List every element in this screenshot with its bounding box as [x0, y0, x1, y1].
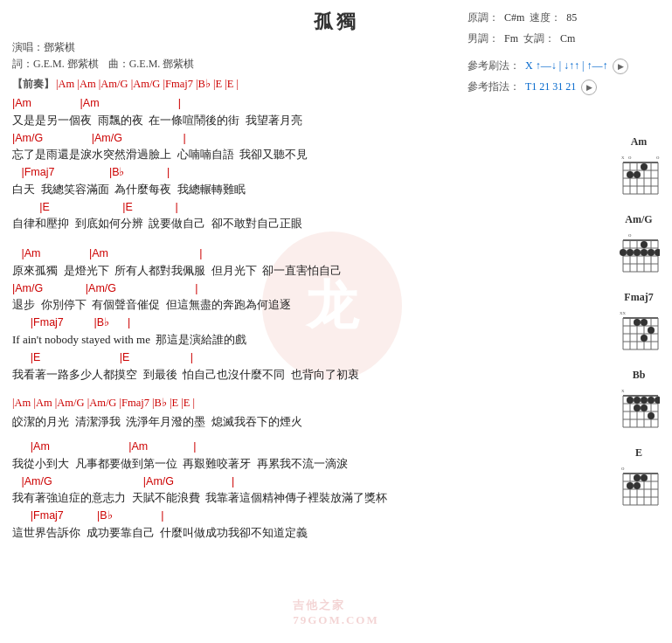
section-3: |Am |Am | 我從小到大 凡事都要做到第一位 再艱難咬著牙 再累我不流一滴…: [12, 439, 599, 543]
lyric-line-12: 這世界告訴你 成功要靠自己 什麼叫做成功我卻不知道定義: [12, 524, 599, 543]
svg-text:x: x: [621, 154, 625, 161]
chord-am: Am x o o: [618, 135, 660, 197]
lyric-line-9: 皎潔的月光 清潔淨我 洗淨年月潑的墨 熄滅我吞下的煙火: [12, 413, 599, 432]
svg-point-72: [648, 412, 655, 419]
svg-point-30: [627, 249, 634, 256]
chord-bb: Bb x: [618, 369, 660, 431]
chord-line-7: |Fmaj7 |B♭ |: [12, 315, 599, 331]
svg-text:o: o: [628, 232, 632, 239]
lyric-line-2: 忘了是雨還是淚水突然滑過臉上 心喃喃自語 我卻又聽不見: [12, 146, 599, 164]
intro-label: 【前奏】: [12, 77, 54, 92]
svg-point-66: [634, 397, 641, 404]
lyric-line-8: 我看著一路多少人都摸空 到最後 怕自己也沒什麼不同 也背向了初衷: [12, 366, 599, 384]
svg-text:o: o: [656, 154, 660, 161]
chord-diagrams-panel: Am x o o: [618, 135, 660, 508]
lyric-line-7: If ain't nobody stayed with me 那這是演給誰的戲: [12, 331, 599, 349]
tempo-value: 85: [566, 9, 577, 28]
male-key-label: 男調：: [468, 30, 499, 49]
svg-point-36: [641, 241, 648, 248]
chord-line-9: |Am |Am |: [12, 439, 599, 455]
strum-pattern[interactable]: X ↑—↓ | ↓↑↑ | ↑—↑: [525, 57, 607, 76]
chord-line-1: |Am |Am |: [12, 95, 599, 112]
svg-point-14: [627, 171, 634, 178]
interlude-chords: |Am |Am |Am/G |Am/G |Fmaj7 |B♭ |E |E |: [12, 396, 195, 410]
intro-section: 【前奏】 |Am |Am |Am/G |Am/G |Fmaj7 |B♭ |E |…: [12, 77, 599, 92]
svg-text:o: o: [621, 465, 625, 472]
lyric-line-6: 退步 你別停下 有個聲音催促 但這無盡的奔跑為何追逐: [12, 296, 599, 315]
svg-point-69: [655, 397, 660, 404]
svg-point-50: [641, 319, 648, 326]
svg-point-86: [641, 474, 648, 481]
svg-point-51: [648, 327, 655, 334]
svg-point-71: [641, 404, 648, 411]
chord-amg-diagram: o: [618, 230, 660, 275]
svg-point-88: [634, 482, 641, 489]
music-label: 曲：: [108, 58, 129, 70]
lyric-line-1: 又是是另一個夜 雨飄的夜 在一條喧鬧後的街 我望著月亮: [12, 112, 599, 130]
chord-line-4: |E |E |: [12, 199, 599, 216]
svg-text:xx: xx: [620, 309, 627, 316]
chord-line-11: |Fmaj7 |B♭ |: [12, 508, 599, 524]
chord-bb-diagram: x: [618, 385, 660, 431]
chord-fmaj7: Fmaj7 xx: [618, 291, 660, 353]
svg-point-65: [627, 397, 634, 404]
chord-line-3: |Fmaj7 |B♭ |: [12, 164, 599, 181]
svg-point-70: [634, 404, 641, 411]
interlude-section: |Am |Am |Am/G |Am/G |Fmaj7 |B♭ |E |E |: [12, 396, 599, 410]
lyrics-label: 詞：: [12, 58, 33, 70]
svg-point-32: [641, 249, 648, 256]
svg-point-49: [634, 319, 641, 326]
svg-point-31: [634, 249, 641, 256]
watermark-text: 吉他之家79GOM.COM: [293, 598, 379, 627]
svg-point-85: [634, 474, 641, 481]
chord-e: E o: [618, 446, 660, 508]
original-key-label: 原調：: [468, 9, 499, 28]
svg-text:x: x: [621, 387, 625, 394]
intro-chords: |Am |Am |Am/G |Am/G |Fmaj7 |B♭ |E |E |: [56, 77, 239, 91]
svg-point-67: [641, 397, 648, 404]
svg-text:o: o: [628, 154, 632, 161]
svg-point-52: [641, 335, 648, 342]
song-content: 【前奏】 |Am |Am |Am/G |Am/G |Fmaj7 |B♭ |E |…: [12, 77, 599, 543]
lyric-line-5: 原來孤獨 是燈光下 所有人都對我佩服 但月光下 卻一直害怕自己: [12, 262, 599, 280]
chord-am-diagram: x o o: [618, 152, 660, 197]
chord-line-6: |Am/G |Am/G |: [12, 280, 599, 297]
strum-label: 參考刷法：: [468, 57, 520, 76]
chord-line-2: |Am/G |Am/G |: [12, 130, 599, 147]
music-by: G.E.M. 鄧紫棋: [129, 58, 195, 70]
lyric-line-3: 白天 我總笑容滿面 為什麼每夜 我總輾轉難眠: [12, 181, 599, 199]
original-key-value: C#m: [504, 9, 524, 28]
section-1: |Am |Am | 又是是另一個夜 雨飄的夜 在一條喧鬧後的街 我望著月亮 |A…: [12, 95, 599, 233]
chord-line-10: |Am/G |Am/G |: [12, 474, 599, 490]
chord-amg: Am/G o: [618, 213, 660, 275]
svg-point-34: [620, 249, 627, 256]
chord-fmaj7-diagram: xx: [618, 308, 660, 353]
tempo-label: 速度：: [530, 9, 561, 28]
chord-line-5: |Am |Am |: [12, 245, 599, 262]
male-key-value: Fm: [504, 30, 518, 49]
chord-line-8: |E |E |: [12, 349, 599, 366]
lyric-line-11: 我有著強迫症的意志力 天賦不能浪費 我靠著這個精神傳子裡裝放滿了獎杯: [12, 489, 599, 508]
strum-play-button[interactable]: ▶: [613, 59, 628, 74]
svg-point-87: [627, 482, 634, 489]
svg-point-15: [634, 171, 641, 178]
lyrics-by: G.E.M. 鄧紫棋: [33, 58, 99, 70]
svg-point-16: [641, 163, 648, 170]
chord-e-diagram: o: [618, 463, 660, 508]
svg-point-68: [648, 397, 655, 404]
artist-value: 鄧紫棋: [44, 41, 75, 53]
female-key-value: Cm: [560, 30, 575, 49]
lyric-line-4: 自律和壓抑 到底如何分辨 說要做自己 卻不敢對自己正眼: [12, 215, 599, 233]
svg-point-33: [648, 249, 655, 256]
female-key-label: 女調：: [523, 30, 555, 49]
artist-label: 演唱：: [12, 41, 44, 53]
lyric-line-10: 我從小到大 凡事都要做到第一位 再艱難咬著牙 再累我不流一滴淚: [12, 455, 599, 474]
section-2: |Am |Am | 原來孤獨 是燈光下 所有人都對我佩服 但月光下 卻一直害怕自…: [12, 245, 599, 384]
